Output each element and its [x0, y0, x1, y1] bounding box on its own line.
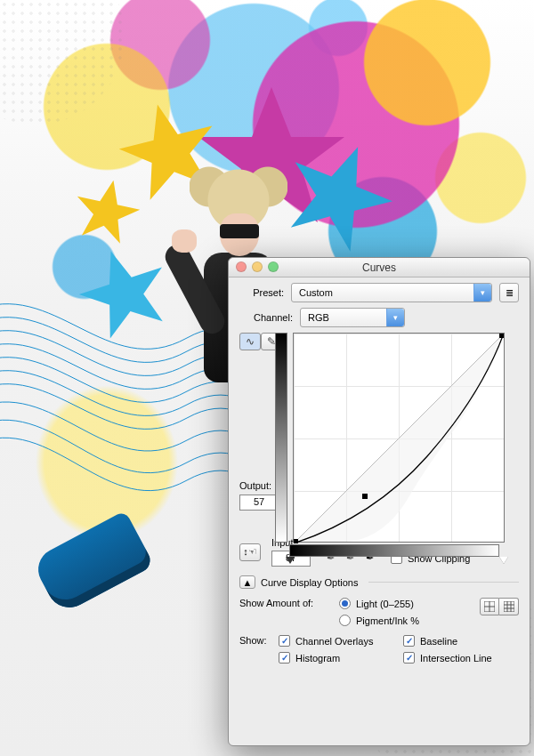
minimize-icon[interactable] [252, 261, 263, 272]
preset-value: Custom [299, 287, 333, 298]
black-point-slider[interactable] [286, 557, 295, 564]
histogram-checkbox[interactable] [279, 652, 290, 664]
dialog-title: Curves [362, 261, 396, 274]
amount-pigment-label: Pigment/Ink % [356, 615, 419, 626]
channel-overlays-label: Channel Overlays [295, 636, 373, 647]
amount-pigment-radio[interactable] [339, 615, 351, 626]
grid-detailed-button[interactable] [499, 598, 519, 615]
amount-light-radio[interactable] [339, 598, 351, 609]
svg-line-5 [294, 334, 504, 543]
show-amount-label: Show Amount of: [239, 598, 332, 608]
channel-label: Channel: [239, 312, 293, 323]
svg-rect-6 [362, 494, 368, 499]
svg-rect-7 [294, 539, 298, 543]
grid-simple-button[interactable] [480, 598, 499, 615]
preset-label: Preset: [239, 287, 284, 298]
disclosure-label: Curve Display Options [261, 577, 358, 588]
show-label: Show: [239, 635, 271, 646]
grid-coarse-icon [484, 601, 495, 612]
hand-updown-icon: ↕☜ [243, 546, 257, 558]
svg-marker-2 [69, 173, 145, 245]
histogram-label: Histogram [295, 653, 340, 664]
close-icon[interactable] [236, 261, 247, 272]
dialog-titlebar[interactable]: Curves [229, 258, 530, 277]
baseline-checkbox[interactable] [403, 635, 415, 647]
baseline-label: Baseline [420, 636, 457, 647]
output-input[interactable]: 57 [239, 495, 279, 511]
curve-graph[interactable] [293, 333, 505, 543]
curves-dialog: Curves Preset: Custom ▾ ≣ Channel: RGB ▾… [228, 257, 530, 746]
svg-rect-12 [504, 601, 514, 612]
on-image-adjust-button[interactable]: ↕☜ [239, 543, 261, 561]
chevron-up-icon: ▲ [243, 577, 253, 588]
preset-select[interactable]: Custom ▾ [291, 283, 492, 302]
channel-overlays-checkbox[interactable] [279, 635, 290, 647]
menu-icon: ≣ [506, 287, 514, 299]
curve-plot [294, 334, 504, 543]
intersection-checkbox[interactable] [403, 652, 415, 664]
grid-fine-icon [504, 601, 514, 612]
amount-light-label: Light (0–255) [356, 599, 414, 609]
input-gradient [289, 544, 499, 557]
preset-menu-button[interactable]: ≣ [499, 283, 519, 302]
chevron-updown-icon: ▾ [386, 309, 404, 326]
curve-tool-point[interactable]: ∿ [239, 333, 261, 350]
output-label: Output: [239, 480, 271, 491]
intersection-label: Intersection Line [420, 653, 492, 664]
white-point-slider[interactable] [499, 557, 508, 564]
chevron-updown-icon: ▾ [473, 284, 491, 302]
channel-value: RGB [308, 312, 329, 323]
channel-select[interactable]: RGB ▾ [300, 308, 405, 327]
disclosure-toggle[interactable]: ▲ [239, 575, 255, 589]
svg-rect-8 [499, 334, 504, 338]
zoom-icon[interactable] [268, 261, 279, 272]
output-gradient [275, 333, 287, 543]
